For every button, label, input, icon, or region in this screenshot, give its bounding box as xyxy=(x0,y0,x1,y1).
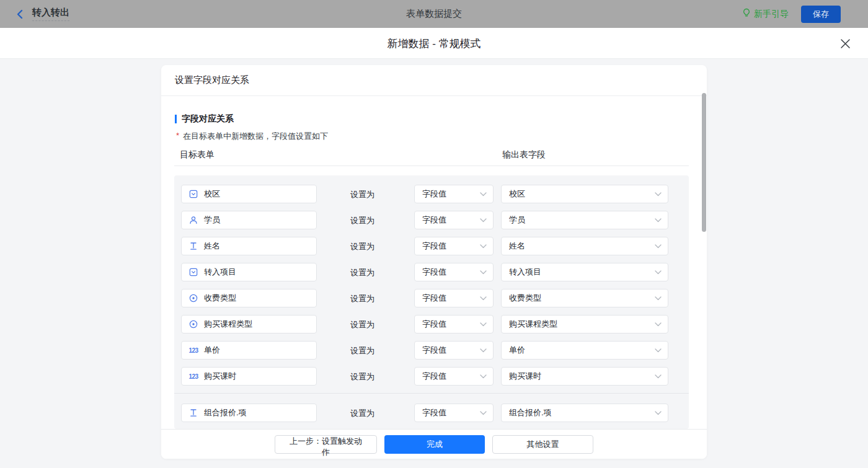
field-mapping-row: 123 姓名 设置为 字段值 姓名 xyxy=(174,237,689,255)
field-mapping-scroll-area[interactable]: 字段对应关系 * 在目标表单中新增数据，字段值设置如下 目标表单 输出表字段 1… xyxy=(161,96,707,429)
target-field-label: 单价 xyxy=(204,345,220,356)
chevron-down-icon xyxy=(655,244,662,249)
column-header-target-form: 目标表单 xyxy=(180,149,215,161)
chevron-down-icon xyxy=(655,270,662,275)
radio-field-icon: 123 xyxy=(188,293,199,303)
section-title: 字段对应关系 xyxy=(182,113,234,125)
target-field-box: 123 单价 xyxy=(181,341,317,360)
previous-step-button[interactable]: 上一步：设置触发动作 xyxy=(275,435,377,454)
lightbulb-icon xyxy=(742,8,751,20)
field-mapping-row: 123 组合报价.项 设置为 字段值 组合报价.项 xyxy=(174,404,689,422)
set-as-label: 设置为 xyxy=(350,267,374,278)
output-field-dropdown[interactable]: 学员 xyxy=(501,211,668,229)
chevron-down-icon xyxy=(655,348,662,353)
radio-field-icon: 123 xyxy=(188,319,199,329)
modal-title: 新增数据 - 常规模式 xyxy=(0,37,868,51)
field-mapping-row: 123 购买课程类型 设置为 字段值 购买课程类型 xyxy=(174,315,689,333)
select-field-icon: 123 xyxy=(188,267,199,277)
target-field-box: 123 收费类型 xyxy=(181,289,317,307)
member-field-icon: 123 xyxy=(188,215,199,225)
chevron-down-icon xyxy=(655,322,662,327)
text-field-icon: 123 xyxy=(188,241,199,251)
chevron-down-icon xyxy=(480,192,487,196)
top-bar: 转入转出 表单数据提交 新手引导 保存 xyxy=(0,0,868,28)
operator-dropdown[interactable]: 字段值 xyxy=(414,315,494,333)
close-icon[interactable] xyxy=(837,35,853,51)
field-mapping-rows-panel: 123 校区 设置为 字段值 校区 123 学员 设置为 字段值 xyxy=(174,175,689,429)
column-header-output-fields: 输出表字段 xyxy=(502,149,546,161)
operator-dropdown-value: 字段值 xyxy=(422,267,446,278)
output-field-dropdown[interactable]: 校区 xyxy=(501,185,668,203)
target-field-label: 组合报价.项 xyxy=(204,407,247,418)
chevron-down-icon xyxy=(480,374,487,379)
set-as-label: 设置为 xyxy=(350,215,374,226)
text-field-icon: 123 xyxy=(188,408,199,418)
chevron-down-icon xyxy=(655,411,662,415)
beginner-guide-label: 新手引导 xyxy=(754,9,789,20)
target-field-label: 收费类型 xyxy=(204,293,236,304)
output-field-dropdown[interactable]: 姓名 xyxy=(501,237,668,255)
section-heading: 字段对应关系 xyxy=(175,113,234,125)
set-as-label: 设置为 xyxy=(350,371,374,382)
set-as-label: 设置为 xyxy=(350,241,374,252)
chevron-down-icon xyxy=(480,322,487,327)
operator-dropdown[interactable]: 字段值 xyxy=(414,367,494,386)
section-accent-bar xyxy=(175,115,177,123)
chevron-down-icon xyxy=(480,218,487,223)
chevron-down-icon xyxy=(480,296,487,301)
save-button[interactable]: 保存 xyxy=(801,6,841,23)
header-divider xyxy=(174,166,689,166)
number-field-icon: 123 xyxy=(188,371,199,381)
chevron-down-icon xyxy=(655,374,662,379)
operator-dropdown[interactable]: 字段值 xyxy=(414,211,494,229)
number-field-icon: 123 xyxy=(188,345,199,355)
set-as-label: 设置为 xyxy=(350,408,374,419)
output-field-dropdown-value: 校区 xyxy=(509,188,525,200)
operator-dropdown-value: 字段值 xyxy=(422,319,446,330)
output-field-dropdown-value: 转入项目 xyxy=(509,267,541,278)
output-field-dropdown-value: 购买课时 xyxy=(509,371,541,382)
operator-dropdown[interactable]: 字段值 xyxy=(414,289,494,307)
field-mapping-row: 123 校区 设置为 字段值 校区 xyxy=(174,185,689,203)
output-field-dropdown-value: 单价 xyxy=(509,345,525,356)
output-field-dropdown-value: 收费类型 xyxy=(509,293,541,304)
field-mapping-row: 123 购买课时 设置为 字段值 购买课时 xyxy=(174,367,689,386)
chevron-down-icon xyxy=(480,244,487,249)
operator-dropdown[interactable]: 字段值 xyxy=(414,341,494,360)
select-field-icon: 123 xyxy=(188,189,199,199)
operator-dropdown[interactable]: 字段值 xyxy=(414,185,494,203)
output-field-dropdown[interactable]: 单价 xyxy=(501,341,668,360)
field-mapping-row: 123 转入项目 设置为 字段值 转入项目 xyxy=(174,263,689,281)
modal-header: 新增数据 - 常规模式 xyxy=(0,28,868,59)
target-field-label: 姓名 xyxy=(204,241,220,252)
operator-dropdown[interactable]: 字段值 xyxy=(414,404,494,422)
output-field-dropdown[interactable]: 组合报价.项 xyxy=(501,404,668,422)
operator-dropdown[interactable]: 字段值 xyxy=(414,237,494,255)
other-settings-button[interactable]: 其他设置 xyxy=(492,435,593,454)
chevron-down-icon xyxy=(480,348,487,353)
target-field-box: 123 购买课程类型 xyxy=(181,315,317,333)
done-button[interactable]: 完成 xyxy=(384,435,485,454)
output-field-dropdown[interactable]: 收费类型 xyxy=(501,289,668,307)
operator-dropdown-value: 字段值 xyxy=(422,214,446,226)
chevron-down-icon xyxy=(655,296,662,301)
chevron-down-icon xyxy=(655,192,662,196)
hint-line: * 在目标表单中新增数据，字段值设置如下 xyxy=(176,131,328,142)
vertical-scrollbar-thumb[interactable] xyxy=(702,93,706,232)
output-field-dropdown[interactable]: 转入项目 xyxy=(501,263,668,281)
page-title: 表单数据提交 xyxy=(0,8,868,20)
target-field-box: 123 转入项目 xyxy=(181,263,317,281)
column-headers: 目标表单 输出表字段 xyxy=(161,149,707,162)
output-field-dropdown[interactable]: 购买课时 xyxy=(501,367,668,386)
set-as-label: 设置为 xyxy=(350,189,374,200)
operator-dropdown-value: 字段值 xyxy=(422,345,446,356)
set-as-label: 设置为 xyxy=(350,293,374,304)
output-field-dropdown[interactable]: 购买课程类型 xyxy=(501,315,668,333)
operator-dropdown-value: 字段值 xyxy=(422,371,446,382)
operator-dropdown-value: 字段值 xyxy=(422,188,446,200)
target-field-label: 学员 xyxy=(204,214,220,226)
set-as-label: 设置为 xyxy=(350,345,374,356)
operator-dropdown-value: 字段值 xyxy=(422,241,446,252)
beginner-guide-link[interactable]: 新手引导 xyxy=(742,0,789,28)
operator-dropdown[interactable]: 字段值 xyxy=(414,263,494,281)
